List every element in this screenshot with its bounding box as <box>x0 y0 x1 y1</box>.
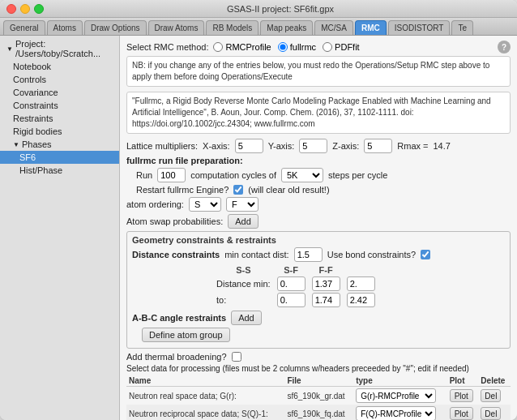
tab-general[interactable]: General <box>3 20 45 35</box>
tab-map-peaks[interactable]: Map peaks <box>260 20 313 35</box>
col-delete: Delete <box>478 375 511 387</box>
distance-constraints-row: Distance constraints min contact dist: U… <box>132 247 505 262</box>
close-button[interactable] <box>6 4 16 14</box>
xaxis-label: X-axis: <box>203 141 230 151</box>
fullrmc-prep-row: fullrmc run file preparation: <box>126 156 511 165</box>
geometry-title: Geometry constraints & restraints <box>132 235 505 245</box>
thermal-label: Add thermal broadening? <box>126 352 227 362</box>
row1-plot-button[interactable]: Plot <box>450 389 473 402</box>
run-label: Run <box>136 170 152 180</box>
sidebar-item-controls[interactable]: Controls <box>0 73 119 86</box>
rmax-label: Rmax = <box>397 141 428 151</box>
sidebar-item-constraints[interactable]: Constraints <box>0 99 119 112</box>
col-plot: Plot <box>447 375 479 387</box>
yaxis-label: Y-axis: <box>268 141 295 151</box>
sidebar-item-covariance[interactable]: Covariance <box>0 86 119 99</box>
dist-header-ss: S-S <box>213 264 274 276</box>
tab-draw-options[interactable]: Draw Options <box>84 20 147 35</box>
cycles-select[interactable]: 1K 5K 10K 50K 100K <box>281 168 323 182</box>
row2-delete-button[interactable]: Del <box>481 407 501 420</box>
tab-isodistort[interactable]: ISODISTORT <box>388 20 451 35</box>
use-bond-label: Use bond constraints? <box>327 250 416 259</box>
atom-swap-add-button[interactable]: Add <box>228 214 258 229</box>
atom-swap-row: Atom swap probabilities: Add <box>126 214 511 229</box>
dist-min-sf-input[interactable] <box>312 276 340 291</box>
radio-pdffit[interactable]: PDFfit <box>323 42 360 52</box>
geometry-section: Geometry constraints & restraints Distan… <box>126 231 511 349</box>
sidebar-item-rigid-bodies[interactable]: Rigid bodies <box>0 125 119 138</box>
row1-delete-button[interactable]: Del <box>481 389 501 402</box>
sidebar-item-restraints[interactable]: Restraints <box>0 112 119 125</box>
row1-type: G(r)-RMCProfile G(r)-PDFfit g(r) F(Q)-RM… <box>353 387 446 405</box>
rmc-radio-group: RMCProfile fullrmc PDFfit <box>213 42 359 52</box>
radio-fullrmc-input[interactable] <box>278 42 288 52</box>
citation-text: "Fullrmc, a Rigid Body Reverse Monte Car… <box>132 96 491 128</box>
define-group-button[interactable]: Define atom group <box>142 328 230 342</box>
restart-label: Restart fullrmc Engine? <box>136 185 229 195</box>
sidebar-item-phases[interactable]: ▼ Phases <box>0 138 119 151</box>
tab-mcsa[interactable]: MC/SA <box>314 20 353 35</box>
atom-ordering-label: atom ordering: <box>126 199 184 209</box>
dist-to-ff-input[interactable] <box>347 293 375 307</box>
sidebar-item-label: Constraints <box>13 101 58 110</box>
thermal-checkbox[interactable] <box>232 352 241 362</box>
dist-min-ss-input[interactable] <box>277 276 306 291</box>
atom1-select[interactable]: SF <box>189 197 221 212</box>
row2-name: Neutron reciprocal space data; S(Q)-1: <box>126 405 284 420</box>
restart-checkbox[interactable] <box>233 185 243 195</box>
yaxis-input[interactable] <box>299 139 327 153</box>
dist-min-ff <box>344 276 378 292</box>
maximize-button[interactable] <box>34 4 44 14</box>
radio-pdffit-input[interactable] <box>323 42 332 52</box>
run-input[interactable] <box>157 168 186 182</box>
window-title: GSAS-II project: SF6fit.gpx <box>50 4 511 14</box>
sidebar-item-label: Project: /Users/toby/Scratch... <box>15 39 113 58</box>
dist-min-ff-input[interactable] <box>347 276 375 291</box>
radio-fullrmc[interactable]: fullrmc <box>278 42 316 52</box>
atom2-select[interactable]: FS <box>226 197 258 212</box>
row2-delete: Del <box>478 405 511 420</box>
dist-header-ff: F-F <box>309 264 344 276</box>
nb-text: NB: if you change any of the entries bel… <box>132 61 489 81</box>
distance-label: Distance constraints <box>132 250 220 259</box>
dist-to-ss <box>274 292 309 308</box>
row2-type-select[interactable]: G(r)-RMCProfile G(r)-PDFfit g(r) F(Q)-RM… <box>356 406 436 420</box>
tab-rb-models[interactable]: RB Models <box>206 20 258 35</box>
xaxis-input[interactable] <box>235 139 263 153</box>
dist-header-sf: S-F <box>274 264 309 276</box>
sidebar-item-hist-phase[interactable]: Hist/Phase <box>0 164 119 177</box>
sidebar-item-sf6[interactable]: SF6 <box>0 151 119 164</box>
table-row: Neutron reciprocal space data; S(Q)-1: s… <box>126 405 511 420</box>
zaxis-input[interactable] <box>364 139 392 153</box>
sidebar-item-notebook[interactable]: Notebook <box>0 60 119 73</box>
tab-te[interactable]: Te <box>451 20 473 35</box>
sidebar-item-project[interactable]: ▼ Project: /Users/toby/Scratch... <box>0 37 119 60</box>
nb-info-box: NB: if you change any of the entries bel… <box>126 56 511 87</box>
minimize-button[interactable] <box>20 4 30 14</box>
row1-delete: Del <box>478 387 511 405</box>
dist-to-sf-input[interactable] <box>312 293 340 307</box>
row2-plot-button[interactable]: Plot <box>450 407 473 420</box>
radio-rmcprofile[interactable]: RMCProfile <box>213 42 271 52</box>
lattice-row: Lattice multipliers: X-axis: Y-axis: Z-a… <box>126 139 511 153</box>
restart-note: (will clear old result!) <box>248 185 329 195</box>
dist-to-label: to: <box>213 292 274 308</box>
tab-draw-atoms[interactable]: Draw Atoms <box>148 20 205 35</box>
row1-type-select[interactable]: G(r)-RMCProfile G(r)-PDFfit g(r) F(Q)-RM… <box>356 388 436 403</box>
table-row: Neutron real space data; G(r): sf6_190k_… <box>126 387 511 405</box>
restart-row: Restart fullrmc Engine? (will clear old … <box>126 185 511 195</box>
use-bond-checkbox[interactable] <box>421 250 430 259</box>
main-window: GSAS-II project: SF6fit.gpx General Atom… <box>0 0 517 420</box>
dist-to-ss-input[interactable] <box>277 293 306 307</box>
radio-rmcprofile-input[interactable] <box>213 42 223 52</box>
title-bar: GSAS-II project: SF6fit.gpx <box>0 0 517 18</box>
tab-atoms[interactable]: Atoms <box>47 20 83 35</box>
triangle-icon: ▼ <box>13 141 19 148</box>
abc-add-button[interactable]: Add <box>231 311 262 325</box>
dist-min-row: Distance min: <box>213 276 378 292</box>
tab-rmc[interactable]: RMC <box>355 20 387 35</box>
sidebar-item-label: Restraints <box>13 114 53 123</box>
min-contact-input[interactable] <box>294 247 323 262</box>
sidebar-item-label: Hist/Phase <box>19 165 62 175</box>
help-button[interactable]: ? <box>498 41 511 54</box>
